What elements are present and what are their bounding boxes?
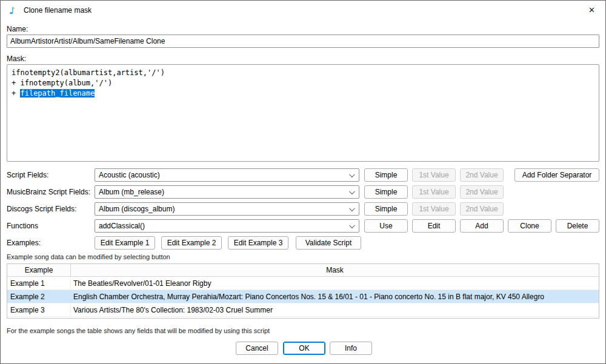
functions-row: Functions addClassical() Use Edit Add Cl…	[1, 219, 606, 233]
name-label: Name:	[7, 25, 28, 33]
mask-label: Mask:	[7, 55, 26, 63]
use-button[interactable]: Use	[364, 219, 408, 233]
musicbrainz-fields-dropdown[interactable]: Album (mb_release)	[95, 185, 359, 199]
discogs-fields-dropdown-value: Album (discogs_album)	[95, 205, 349, 213]
mask-cell: The Beatles/Revolver/01-01 Eleanor Rigby	[71, 277, 599, 290]
mask-text: +	[12, 89, 20, 98]
script-fields-dropdown[interactable]: Acoustic (acoustic)	[95, 168, 359, 182]
musicbrainz-fields-label: MusicBrainz Script Fields:	[7, 185, 90, 199]
musicbrainz-simple-button[interactable]: Simple	[364, 185, 408, 199]
chevron-down-icon	[349, 222, 355, 228]
example-cell: Example 1	[7, 277, 71, 290]
script-fields-dropdown-value: Acoustic (acoustic)	[95, 171, 349, 179]
mask-text: + ifnotempty(album,'/')	[12, 79, 112, 87]
ok-button[interactable]: OK	[283, 342, 325, 355]
close-icon[interactable]: ✕	[578, 1, 605, 19]
musicbrainz-fields-dropdown-value: Album (mb_release)	[95, 188, 349, 196]
selected-mask-text: filepath_filename	[20, 89, 95, 98]
cancel-button[interactable]: Cancel	[236, 342, 278, 355]
chevron-down-icon	[349, 188, 355, 194]
examples-table: Example Mask Example 1 The Beatles/Revol…	[7, 263, 599, 319]
script-fields-row: Script Fields: Acoustic (acoustic) Simpl…	[1, 168, 606, 182]
window-title: Clone filename mask	[24, 6, 92, 15]
discogs-2nd-value-button: 2nd Value	[460, 202, 504, 216]
examples-row: Examples: Edit Example 1 Edit Example 2 …	[1, 236, 606, 250]
script-simple-button[interactable]: Simple	[364, 168, 408, 182]
chevron-down-icon	[349, 205, 355, 211]
footer-note: For the example songs the table shows an…	[7, 327, 270, 334]
mask-cell: Various Artists/The 80's Collection: 198…	[71, 303, 599, 316]
add-folder-separator-button[interactable]: Add Folder Separator	[514, 168, 599, 182]
mask-editor[interactable]: ifnotempty2(albumartist,artist,'/') + if…	[7, 64, 599, 162]
mask-line-1: ifnotempty2(albumartist,artist,'/')	[12, 68, 594, 78]
clone-button[interactable]: Clone	[508, 219, 551, 233]
name-input[interactable]	[7, 35, 599, 48]
examples-label: Examples:	[7, 236, 41, 250]
table-row[interactable]: Example 3 Various Artists/The 80's Colle…	[7, 303, 599, 317]
musicbrainz-2nd-value-button: 2nd Value	[460, 185, 504, 199]
musicbrainz-1st-value-button: 1st Value	[412, 185, 456, 199]
title-bar[interactable]: Clone filename mask ✕	[1, 1, 605, 20]
functions-dropdown[interactable]: addClassical()	[95, 219, 359, 233]
delete-button[interactable]: Delete	[556, 219, 599, 233]
table-header-row: Example Mask	[7, 264, 599, 277]
edit-example-3-button[interactable]: Edit Example 3	[228, 236, 288, 250]
chevron-down-icon	[349, 171, 355, 177]
mask-line-2: + ifnotempty(album,'/')	[12, 78, 594, 88]
clone-filename-mask-dialog: Clone filename mask ✕ Name: Mask: ifnote…	[0, 0, 606, 364]
table-row[interactable]: Example 1 The Beatles/Revolver/01-01 Ele…	[7, 277, 599, 290]
edit-example-2-button[interactable]: Edit Example 2	[161, 236, 222, 250]
musicbrainz-fields-row: MusicBrainz Script Fields: Album (mb_rel…	[1, 185, 606, 199]
discogs-fields-row: Discogs Script Fields: Album (discogs_al…	[1, 202, 606, 216]
add-button[interactable]: Add	[460, 219, 504, 233]
validate-script-button[interactable]: Validate Script	[296, 236, 361, 250]
discogs-simple-button[interactable]: Simple	[364, 202, 408, 216]
discogs-1st-value-button: 1st Value	[412, 202, 456, 216]
discogs-fields-label: Discogs Script Fields:	[7, 202, 76, 216]
mask-line-3: + filepath_filename	[12, 88, 594, 99]
functions-dropdown-value: addClassical()	[95, 222, 349, 230]
script-2nd-value-button: 2nd Value	[460, 168, 504, 182]
example-cell: Example 3	[7, 303, 71, 316]
examples-note: Example song data can be modified by sel…	[7, 253, 170, 260]
mask-cell: English Chamber Orchestra, Murray Perahi…	[71, 290, 599, 303]
script-1st-value-button: 1st Value	[412, 168, 456, 182]
table-row[interactable]: Example 2 English Chamber Orchestra, Mur…	[7, 290, 599, 303]
footer-buttons-row: Cancel OK Info	[1, 342, 606, 355]
mask-column-header: Mask	[71, 264, 599, 276]
script-fields-label: Script Fields:	[7, 168, 48, 182]
info-button[interactable]: Info	[330, 342, 372, 355]
example-column-header: Example	[7, 264, 71, 276]
edit-example-1-button[interactable]: Edit Example 1	[95, 236, 155, 250]
music-note-icon	[8, 5, 18, 15]
functions-label: Functions	[7, 219, 38, 233]
discogs-fields-dropdown[interactable]: Album (discogs_album)	[95, 202, 359, 216]
mask-text: ifnotempty2(albumartist,artist,'/')	[12, 68, 165, 77]
edit-button[interactable]: Edit	[412, 219, 456, 233]
example-cell: Example 2	[7, 290, 71, 303]
